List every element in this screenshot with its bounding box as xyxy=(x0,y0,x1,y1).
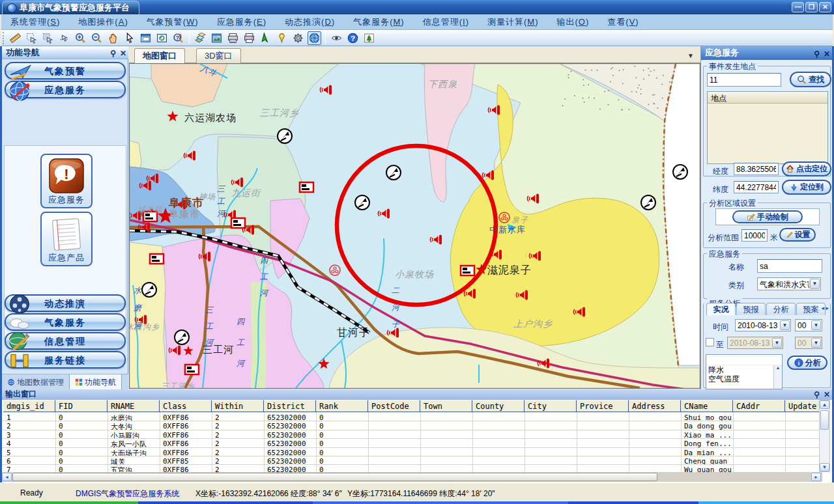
antenna-marker[interactable] xyxy=(673,165,687,179)
analysis-tab-2[interactable]: 分析 xyxy=(766,303,796,315)
map-tab-0[interactable]: 地图窗口 xyxy=(134,48,185,63)
menu-item-V[interactable]: 查看(V) xyxy=(598,16,648,28)
column-header-Rank[interactable]: Rank xyxy=(316,400,368,412)
column-header-PostCode[interactable]: PostCode xyxy=(368,400,420,412)
menu-item-E[interactable]: 应急服务(E) xyxy=(208,16,276,28)
select-arrow-icon[interactable] xyxy=(57,31,71,45)
tree-image-icon[interactable] xyxy=(362,31,376,45)
print-preview-icon[interactable] xyxy=(242,31,256,45)
green-pointer-icon[interactable] xyxy=(259,31,272,45)
column-header-County[interactable]: County xyxy=(472,400,525,412)
nav-bar-clouds[interactable]: 气象服务 xyxy=(5,313,126,331)
column-header-Provice[interactable]: Provice xyxy=(577,400,629,412)
column-header-CName[interactable]: CName xyxy=(681,400,733,412)
select-elem-icon[interactable] xyxy=(41,31,55,45)
column-header-RNAME[interactable]: RNAME xyxy=(108,400,160,412)
pan-hand-icon[interactable] xyxy=(106,31,120,45)
search-button[interactable]: 查找 xyxy=(790,72,831,87)
tab-scroll-arrows[interactable]: ◂ ▸ xyxy=(821,305,829,311)
menu-item-W[interactable]: 气象预警(W) xyxy=(137,16,208,28)
layers-icon[interactable] xyxy=(194,31,207,45)
full-extent-icon[interactable] xyxy=(139,31,152,45)
menu-item-D[interactable]: 动态推演(D) xyxy=(276,16,344,28)
antenna-marker[interactable] xyxy=(278,129,292,143)
map-canvas[interactable]: 六运湖农场三工河乡下西泉九运街神场阜康市城关镇阜康市泉子中新水库滋泥泉子小泉牧场… xyxy=(129,63,700,389)
big-button-notepad[interactable]: 应急产品 xyxy=(40,212,93,266)
location-input[interactable] xyxy=(707,73,781,87)
type-dropdown[interactable]: 气象和洪水灾害▼ xyxy=(757,277,821,290)
listbox-scrollbar[interactable]: ▲ xyxy=(773,365,782,389)
location-list[interactable]: 地点 xyxy=(707,91,828,164)
menu-item-M[interactable]: 气象服务(M) xyxy=(344,16,414,28)
flag-marker[interactable] xyxy=(185,365,199,374)
nav-bar-film[interactable]: 动态推演 xyxy=(5,294,126,312)
gear-icon[interactable] xyxy=(291,31,305,45)
panel-tab-active[interactable]: 功能导航 xyxy=(69,374,122,390)
latitude-input[interactable] xyxy=(734,181,779,193)
range-input[interactable] xyxy=(741,229,768,242)
column-header-CAddr[interactable]: CAddr xyxy=(733,400,785,412)
close-button[interactable]: ✕ xyxy=(819,2,831,12)
vertical-scrollbar[interactable]: ▲▼ xyxy=(819,400,830,472)
antenna-marker[interactable] xyxy=(386,165,401,180)
output-table[interactable]: dmgis_idFIDRNAMEClassWithinDistrictRankP… xyxy=(2,400,822,472)
nav-bar-info-globe[interactable]: 信息管理 xyxy=(5,332,126,350)
locate-to-button[interactable]: 定位到 xyxy=(782,180,831,195)
column-header-Update[interactable]: Update xyxy=(785,400,822,412)
query-zoom-icon[interactable]: ? xyxy=(171,31,185,45)
column-header-Class[interactable]: Class xyxy=(160,400,212,412)
column-header-FID[interactable]: FID xyxy=(55,400,108,412)
analysis-tab-0[interactable]: 实况 xyxy=(706,303,736,315)
nav-bar-link[interactable]: 服务链接 xyxy=(5,351,126,369)
analyze-button[interactable]: i分析 xyxy=(787,356,827,370)
printer-icon[interactable] xyxy=(226,31,240,45)
flag-marker[interactable] xyxy=(231,218,245,228)
column-header-Town[interactable]: Town xyxy=(420,400,472,412)
eye-icon[interactable] xyxy=(330,31,343,45)
ruler-icon[interactable] xyxy=(8,31,22,45)
hour2-dropdown[interactable]: 00▼ xyxy=(795,337,822,349)
place-pin-icon[interactable] xyxy=(275,31,289,45)
analysis-tab-1[interactable]: 预报 xyxy=(736,303,766,315)
nav-bar-send[interactable]: 气象预警 xyxy=(5,62,126,79)
globe-icon[interactable] xyxy=(308,31,321,45)
click-locate-button[interactable]: 点击定位 xyxy=(782,161,831,176)
manual-draw-button[interactable]: 手动绘制 xyxy=(732,210,803,223)
column-header-City[interactable]: City xyxy=(525,400,577,412)
set-button[interactable]: 设置 xyxy=(779,228,816,242)
antenna-marker[interactable] xyxy=(641,195,655,210)
menu-item-I[interactable]: 信息管理(I) xyxy=(414,16,478,28)
menu-item-S[interactable]: 系统管理(S) xyxy=(1,16,69,28)
close-icon[interactable]: ✕ xyxy=(824,390,830,400)
flag-marker[interactable] xyxy=(300,182,313,192)
zoom-out-icon[interactable] xyxy=(90,31,104,45)
column-header-Address[interactable]: Address xyxy=(629,400,681,412)
pointer-icon[interactable] xyxy=(122,31,136,45)
big-button-alert-bubble[interactable]: !应急服务 xyxy=(40,154,93,208)
hour-dropdown[interactable]: 00▼ xyxy=(795,319,822,331)
pin-icon[interactable]: ⚲ xyxy=(110,48,116,60)
date-dropdown[interactable]: 2010-08-13▼ xyxy=(735,319,791,331)
antenna-marker[interactable] xyxy=(355,195,369,210)
toolbar-grip[interactable] xyxy=(3,32,7,44)
menu-item-O[interactable]: 输出(O) xyxy=(548,16,599,28)
pin-icon[interactable]: ⚲ xyxy=(814,390,820,400)
element-listbox[interactable]: 降水空气温度▲ xyxy=(706,354,783,389)
flag-marker[interactable] xyxy=(461,266,474,275)
close-icon[interactable]: ✕ xyxy=(824,48,830,61)
flag-marker[interactable] xyxy=(150,254,164,264)
panel-tab-inactive[interactable]: 地图数据管理 xyxy=(2,374,69,390)
refresh-icon[interactable] xyxy=(155,31,169,45)
help-icon[interactable]: ? xyxy=(346,31,360,45)
longitude-input[interactable] xyxy=(734,163,779,175)
antenna-marker[interactable] xyxy=(175,330,189,344)
antenna-marker[interactable] xyxy=(142,283,156,297)
nav-bar-globe-arrow[interactable]: 应急服务 xyxy=(5,81,126,98)
minimize-button[interactable]: — xyxy=(792,2,804,12)
tab-dropdown-icon[interactable]: ▼ xyxy=(687,52,694,59)
pin-icon[interactable]: ⚲ xyxy=(814,48,820,61)
image-window-icon[interactable] xyxy=(210,31,223,45)
name-input[interactable] xyxy=(757,259,822,273)
menu-item-A[interactable]: 地图操作(A) xyxy=(69,16,137,28)
map-tab-1[interactable]: 3D窗口 xyxy=(196,48,241,63)
